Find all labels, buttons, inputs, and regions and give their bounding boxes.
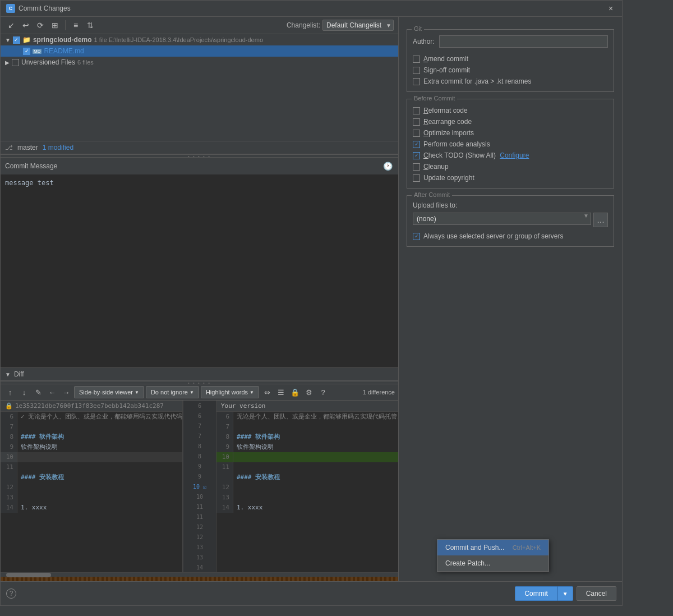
diff-line: 7 bbox=[216, 422, 398, 432]
commit-message-input[interactable]: message test bbox=[1, 174, 398, 367]
optimize-imports-row[interactable]: Optimize imports bbox=[413, 127, 608, 139]
diff-forward-btn[interactable]: → bbox=[60, 386, 72, 398]
gutter-line: 9 bbox=[183, 461, 216, 471]
line-content bbox=[17, 462, 182, 472]
gutter-line-checked: 10 ☑ bbox=[183, 481, 216, 491]
line-num bbox=[1, 472, 17, 482]
sign-off-row[interactable]: Sign-off commit bbox=[413, 65, 608, 76]
help-icon[interactable]: ? bbox=[6, 589, 16, 599]
check-todo-row[interactable]: Check TODO (Show All) Configure bbox=[413, 150, 608, 161]
gutter-line: 12 bbox=[183, 532, 216, 542]
perform-analysis-row[interactable]: Perform code analysis bbox=[413, 139, 608, 150]
branch-icon: ⎇ bbox=[5, 144, 13, 151]
close-button[interactable]: × bbox=[609, 4, 616, 12]
rearrange-code-row[interactable]: Rearrange code bbox=[413, 116, 608, 127]
lock-icon: 🔒 bbox=[5, 402, 13, 410]
sort-btn[interactable]: ≡ bbox=[70, 19, 82, 31]
diff-line: 13 bbox=[1, 493, 182, 503]
update-copyright-checkbox[interactable] bbox=[413, 174, 420, 182]
diff-expand-icon[interactable]: ▼ bbox=[5, 371, 11, 378]
line-content: #### 软件架构 bbox=[233, 432, 398, 442]
commit-and-push-item[interactable]: Commit and Push... Ctrl+Alt+K bbox=[437, 540, 548, 555]
filter-btn[interactable]: ⇅ bbox=[84, 19, 96, 31]
extra-commit-checkbox[interactable] bbox=[413, 78, 420, 85]
perform-analysis-label: Perform code analysis bbox=[423, 140, 490, 148]
md-badge: MD bbox=[33, 49, 42, 54]
changelist-select[interactable]: Default Changelist bbox=[322, 20, 394, 31]
reformat-code-row[interactable]: Reformat code bbox=[413, 105, 608, 116]
commit-button[interactable]: Commit bbox=[515, 586, 557, 601]
highlight-dropdown[interactable]: Highlight words ▼ bbox=[201, 386, 259, 398]
line-num: 6 bbox=[1, 412, 17, 422]
line-num: 14 bbox=[1, 503, 17, 513]
always-use-row[interactable]: Always use selected server or group of s… bbox=[413, 231, 608, 242]
configure-link[interactable]: Configure bbox=[500, 151, 529, 159]
readme-item[interactable]: ▶ MD README.md bbox=[1, 45, 398, 57]
diff-line: 11 bbox=[216, 462, 398, 472]
line-content: ✓ 无论是个人、团队、或是企业，都能够用码云实现代代码托管、项目 bbox=[17, 412, 183, 422]
readme-checkbox[interactable] bbox=[23, 48, 30, 55]
create-patch-label: Create Patch... bbox=[445, 559, 490, 567]
toolbar-separator bbox=[65, 20, 66, 30]
amend-commit-row[interactable]: Amend commit bbox=[413, 53, 608, 65]
diff-down-btn[interactable]: ↓ bbox=[18, 386, 30, 398]
line-content: 无论是个人、团队、或是企业，都能够用码云实现代码托管、项目管 bbox=[233, 412, 398, 422]
author-input[interactable] bbox=[439, 35, 608, 48]
group-btn[interactable]: ⊞ bbox=[49, 19, 61, 31]
diff-line: #### 安装教程 bbox=[1, 472, 182, 482]
line-num: 9 bbox=[1, 442, 17, 452]
modified-badge[interactable]: 1 modified bbox=[43, 144, 73, 151]
refresh-btn[interactable]: ⟳ bbox=[34, 19, 47, 31]
diff-help-btn[interactable]: ? bbox=[317, 386, 329, 398]
diff-lock-btn[interactable]: 🔒 bbox=[289, 386, 301, 398]
check-todo-label: Check TODO (Show All) Configure bbox=[423, 151, 529, 159]
upload-settings-btn[interactable]: … bbox=[593, 213, 608, 227]
extra-commit-row[interactable]: Extra commit for .java > .kt renames bbox=[413, 76, 608, 87]
viewer-dropdown[interactable]: Side-by-side viewer ▼ bbox=[74, 386, 144, 398]
ignore-dropdown[interactable]: Do not ignore ▼ bbox=[146, 386, 199, 398]
diff-list-btn[interactable]: ☰ bbox=[275, 386, 287, 398]
check-todo-checkbox[interactable] bbox=[413, 152, 420, 159]
scroll-thumb[interactable] bbox=[6, 573, 51, 577]
diff-line: 12 bbox=[1, 482, 182, 493]
commit-message-history-btn[interactable]: 🕐 bbox=[381, 160, 394, 172]
diff-up-btn[interactable]: ↑ bbox=[4, 386, 16, 398]
readme-name: README.md bbox=[44, 47, 84, 55]
tree-root-item[interactable]: ▼ 📁 springcloud-demo 1 file E:\IntelliJ-… bbox=[1, 34, 398, 45]
commit-arrow-button[interactable]: ▼ bbox=[557, 586, 573, 601]
amend-commit-checkbox[interactable] bbox=[413, 56, 420, 63]
rearrange-code-checkbox[interactable] bbox=[413, 118, 420, 126]
diff-scroll-bar[interactable] bbox=[1, 572, 398, 577]
before-commit-group: Before Commit Reformat code Rearrange co… bbox=[407, 99, 614, 189]
diff-line: 13 bbox=[216, 493, 398, 503]
diff-split-btn[interactable]: ⇔ bbox=[261, 386, 273, 398]
reformat-code-checkbox[interactable] bbox=[413, 107, 420, 114]
commit-message-header: Commit Message 🕐 bbox=[1, 158, 398, 174]
sign-off-checkbox[interactable] bbox=[413, 67, 420, 74]
root-expand-icon[interactable]: ▼ bbox=[5, 37, 11, 43]
update-copyright-row[interactable]: Update copyright bbox=[413, 172, 608, 183]
cancel-button[interactable]: Cancel bbox=[577, 586, 616, 601]
undo-btn[interactable]: ↩ bbox=[20, 19, 32, 31]
unversioned-item[interactable]: ▶ Unversioned Files 6 files bbox=[1, 57, 398, 68]
always-use-checkbox[interactable] bbox=[413, 233, 420, 240]
create-patch-item[interactable]: Create Patch... bbox=[437, 555, 548, 571]
perform-analysis-checkbox[interactable] bbox=[413, 141, 420, 148]
add-btn[interactable]: ↙ bbox=[5, 19, 17, 31]
diff-settings-btn[interactable]: ⚙ bbox=[303, 386, 315, 398]
highlight-label: Highlight words bbox=[206, 389, 248, 396]
diff-back-btn[interactable]: ← bbox=[46, 386, 58, 398]
cleanup-row[interactable]: Cleanup bbox=[413, 161, 608, 172]
gutter-line: 6 bbox=[183, 401, 216, 411]
root-checkbox[interactable] bbox=[13, 36, 20, 44]
upload-select[interactable]: (none) bbox=[413, 213, 591, 225]
gutter-line: 7 bbox=[183, 431, 216, 441]
optimize-imports-checkbox[interactable] bbox=[413, 130, 420, 137]
line-content: 1. xxxx bbox=[17, 503, 182, 513]
diff-right-panel: Your version 6 无论是个人、团队、或是企业，都能够用码云实现代码托… bbox=[216, 401, 398, 572]
diff-edit-btn[interactable]: ✎ bbox=[32, 386, 44, 398]
commit-push-shortcut: Ctrl+Alt+K bbox=[513, 544, 541, 551]
cleanup-checkbox[interactable] bbox=[413, 163, 420, 171]
unversioned-checkbox[interactable] bbox=[12, 59, 19, 66]
unversioned-expand-icon[interactable]: ▶ bbox=[5, 59, 10, 66]
